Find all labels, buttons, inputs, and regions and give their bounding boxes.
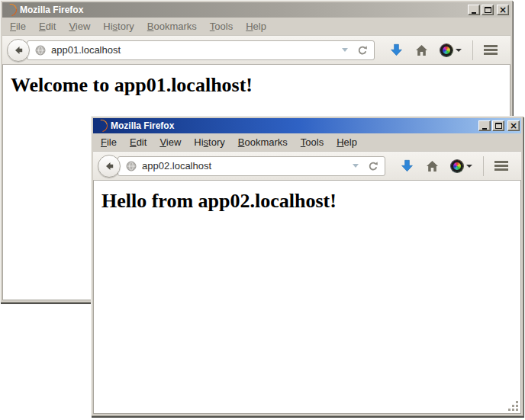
home-icon [415, 44, 428, 56]
close-button[interactable]: × [507, 120, 520, 131]
home-button[interactable] [426, 160, 439, 172]
toolbar-separator [483, 156, 484, 176]
download-icon [390, 43, 403, 56]
urlbar-dropdown-icon[interactable] [342, 48, 348, 52]
firefox-logo-icon [95, 120, 108, 132]
app-menu-button[interactable] [494, 161, 508, 171]
menu-help[interactable]: Help [337, 136, 357, 148]
firefox-logo-icon [5, 4, 17, 16]
menu-bar: File Edit View History Bookmarks Tools H… [2, 18, 511, 35]
chevron-down-icon [466, 165, 472, 168]
colorwheel-icon [440, 44, 453, 56]
minimize-button[interactable] [478, 120, 491, 131]
navigation-toolbar: app01.localhost [2, 35, 511, 65]
menu-history[interactable]: History [194, 136, 224, 148]
toolbar-separator [472, 40, 473, 60]
globe-icon[interactable] [126, 161, 137, 172]
download-button[interactable] [390, 43, 403, 56]
download-icon [401, 159, 414, 172]
menu-bar: File Edit View History Bookmarks Tools H… [93, 133, 521, 151]
maximize-icon [485, 7, 491, 13]
url-bar[interactable]: app01.localhost [27, 40, 375, 60]
menu-help[interactable]: Help [246, 21, 266, 32]
window-controls: × [477, 120, 520, 131]
maximize-icon [495, 123, 502, 129]
url-bar[interactable]: app02.localhost [118, 156, 385, 176]
menu-bookmarks[interactable]: Bookmarks [238, 136, 288, 148]
minimize-button[interactable] [468, 5, 480, 15]
page-content-app02: Hello from app02.localhost! [93, 181, 521, 414]
titlebar[interactable]: Mozilla Firefox × [93, 118, 521, 133]
reload-icon[interactable] [368, 161, 378, 172]
close-button[interactable]: × [497, 5, 509, 15]
window-title: Mozilla Firefox [111, 120, 477, 131]
titlebar[interactable]: Mozilla Firefox × [2, 2, 511, 18]
back-arrow-icon [103, 160, 115, 172]
close-icon: × [510, 121, 517, 130]
back-arrow-icon [12, 44, 24, 56]
app-menu-button[interactable] [484, 45, 498, 55]
minimize-icon [482, 128, 487, 130]
window-title: Mozilla Firefox [20, 5, 466, 15]
close-icon: × [499, 5, 507, 14]
urlbar-dropdown-icon[interactable] [353, 164, 359, 168]
download-button[interactable] [401, 159, 414, 172]
globe-icon[interactable] [35, 45, 46, 56]
window-controls: × [466, 5, 509, 15]
menu-history[interactable]: History [103, 21, 134, 32]
extension-button[interactable] [451, 160, 472, 172]
page-heading: Hello from app02.localhost! [101, 190, 520, 213]
firefox-window-app02: Mozilla Firefox × File Edit View History… [91, 116, 523, 416]
home-button[interactable] [415, 44, 428, 56]
menu-file[interactable]: File [101, 136, 117, 148]
home-icon [426, 160, 439, 172]
menu-tools[interactable]: Tools [210, 21, 233, 32]
menu-view[interactable]: View [69, 21, 90, 32]
colorwheel-icon [451, 160, 463, 172]
minimize-icon [472, 12, 476, 14]
hamburger-icon [494, 161, 508, 171]
maximize-button[interactable] [482, 5, 494, 15]
resize-grip[interactable] [508, 401, 519, 412]
maximize-button[interactable] [492, 120, 504, 131]
menu-bookmarks[interactable]: Bookmarks [147, 21, 197, 32]
hamburger-icon [484, 45, 498, 55]
menu-view[interactable]: View [159, 136, 181, 148]
back-button[interactable] [98, 155, 121, 178]
menu-tools[interactable]: Tools [301, 136, 324, 148]
back-button[interactable] [7, 39, 30, 62]
menu-edit[interactable]: Edit [130, 136, 147, 148]
menu-file[interactable]: File [10, 21, 26, 32]
menu-edit[interactable]: Edit [39, 21, 56, 32]
url-text[interactable]: app02.localhost [142, 160, 353, 172]
url-text[interactable]: app01.localhost [51, 44, 342, 56]
extension-button[interactable] [440, 44, 462, 56]
reload-icon[interactable] [357, 45, 368, 56]
chevron-down-icon [456, 49, 462, 52]
page-heading: Welcome to app01.localhost! [11, 74, 510, 97]
navigation-toolbar: app02.localhost [93, 151, 521, 181]
